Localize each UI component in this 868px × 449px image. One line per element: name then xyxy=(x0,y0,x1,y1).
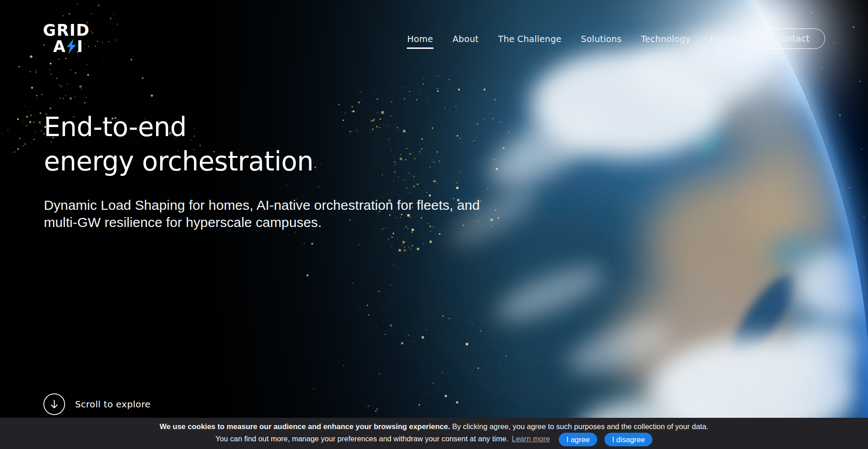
brand-logo[interactable]: GRID A I xyxy=(43,23,94,55)
brand-logo-letter-a: A xyxy=(53,39,66,54)
hero-title: End-to-end energy orchestration xyxy=(44,110,516,179)
nav-item-home[interactable]: Home xyxy=(407,34,433,44)
disagree-button[interactable]: I disagree xyxy=(604,433,652,446)
arrow-down-icon xyxy=(50,399,59,409)
agree-button[interactable]: I agree xyxy=(559,433,597,446)
main-nav: Home About The Challenge Solutions Techn… xyxy=(407,28,825,49)
hero-copy: End-to-end energy orchestration Dynamic … xyxy=(44,110,516,231)
cookie-message: We use cookies to measure our audience a… xyxy=(155,421,713,446)
hero-title-line1: End-to-end xyxy=(44,110,516,144)
site-header: GRID A I Home About The Challenge Soluti… xyxy=(0,0,868,55)
contact-button[interactable]: Contact xyxy=(760,28,825,49)
scroll-indicator[interactable]: Scroll to explore xyxy=(43,393,151,415)
nav-item-about[interactable]: About xyxy=(453,34,479,44)
nav-item-technology[interactable]: Technology xyxy=(641,34,690,44)
brand-logo-line1: GRID xyxy=(43,23,94,38)
brand-logo-letter-i: I xyxy=(77,39,84,54)
nav-item-solutions[interactable]: Solutions xyxy=(581,34,622,44)
cookie-message-bold: We use cookies to measure our audience a… xyxy=(160,422,450,430)
cookie-banner: We use cookies to measure our audience a… xyxy=(0,418,868,449)
lightning-bolt-icon xyxy=(66,38,77,55)
brand-logo-line2: A I xyxy=(43,38,94,55)
hero-subtitle: Dynamic Load Shaping for homes, AI-nativ… xyxy=(44,197,516,231)
arrow-down-circle-icon[interactable] xyxy=(43,393,65,415)
hero-section: GRID A I Home About The Challenge Soluti… xyxy=(0,0,868,449)
hero-title-line2: energy orchestration xyxy=(44,144,516,179)
nav-item-impact[interactable]: Impact xyxy=(710,34,741,44)
learn-more-link[interactable]: Learn more xyxy=(512,435,550,443)
nav-item-the-challenge[interactable]: The Challenge xyxy=(498,34,561,44)
scroll-label: Scroll to explore xyxy=(75,399,151,410)
